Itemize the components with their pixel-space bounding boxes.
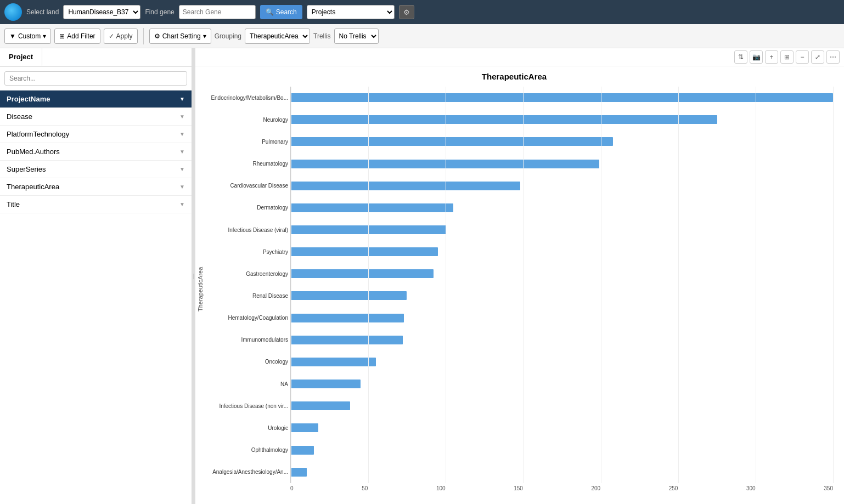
trellis-select[interactable]: No Trellis: [334, 29, 379, 44]
sort-button[interactable]: ⇅: [734, 50, 747, 64]
projects-select[interactable]: Projects: [307, 5, 395, 19]
y-axis-tick-label: NA: [205, 381, 288, 387]
bar[interactable]: [291, 468, 307, 477]
bar[interactable]: [291, 336, 403, 344]
divider: [143, 28, 144, 44]
bar-row: [291, 203, 833, 213]
y-axis-tick-label: Rheumatology: [205, 161, 288, 167]
grouping-select[interactable]: TherapeuticArea: [245, 29, 310, 44]
bar[interactable]: [291, 203, 453, 212]
bar[interactable]: [291, 115, 717, 124]
y-axis-tick-label: Pulmonary: [205, 139, 288, 145]
add-filter-button[interactable]: ⊞ Add Filter: [54, 29, 100, 44]
y-axis-tick-label: Neurology: [205, 117, 288, 123]
y-axis-tick-label: Urologic: [205, 425, 288, 431]
grouping-label: Grouping: [215, 32, 241, 40]
bar[interactable]: [291, 314, 404, 322]
bar[interactable]: [291, 160, 599, 168]
y-axis-tick-label: Infectious Disease (viral): [205, 227, 288, 233]
expand-button[interactable]: ⤢: [811, 50, 824, 64]
bar-row: [291, 467, 833, 477]
tab-bar: Project: [0, 48, 192, 67]
search-box: [0, 67, 192, 90]
filter-search-input[interactable]: [4, 71, 187, 86]
chevron-down-icon: ▼: [179, 149, 185, 155]
bar[interactable]: [291, 358, 376, 366]
y-axis-tick-label: Infectious Disease (non vir...: [205, 403, 288, 409]
grid-line: [833, 87, 834, 483]
land-select[interactable]: HumanDisease_B37: [63, 5, 140, 19]
bar[interactable]: [291, 401, 350, 410]
chart-container: TherapeuticArea TherapeuticAreaEndocrino…: [195, 66, 844, 504]
custom-button[interactable]: ▼ Custom ▾: [4, 29, 51, 44]
y-axis-tick-label: Dermatology: [205, 205, 288, 211]
y-axis-tick-label: Oncology: [205, 359, 288, 365]
left-panel: Project ProjectName▼Disease▼PlatformTech…: [0, 48, 192, 504]
bar-row: [291, 423, 833, 433]
bar[interactable]: [291, 247, 438, 256]
zoom-in-button[interactable]: +: [765, 50, 778, 64]
bar-row: [291, 225, 833, 235]
filter-item[interactable]: PubMed.Authors▼: [0, 143, 192, 161]
bar[interactable]: [291, 93, 833, 102]
select-land-label: Select land: [26, 8, 59, 16]
y-axis-tick-label: Hematology/Coagulation: [205, 315, 288, 321]
settings-button[interactable]: ⚙: [399, 5, 414, 19]
more-button[interactable]: ⋯: [826, 50, 840, 64]
filter-item[interactable]: Disease▼: [0, 108, 192, 126]
bar[interactable]: [291, 182, 520, 190]
bar[interactable]: [291, 291, 407, 300]
x-axis-tick: 250: [669, 485, 678, 491]
gene-search-input[interactable]: [179, 5, 256, 19]
tab-project[interactable]: Project: [0, 48, 42, 66]
app-logo: [4, 3, 22, 21]
y-axis-tick-label: Cardiovascular Disease: [205, 183, 288, 189]
bar-chart-inner: TherapeuticAreaEndocrinology/Metabolism/…: [195, 87, 833, 491]
filter-item[interactable]: SuperSeries▼: [0, 161, 192, 178]
custom-chevron-icon: ▾: [43, 32, 46, 40]
apply-button[interactable]: ✓ Apply: [104, 29, 138, 44]
bar[interactable]: [291, 380, 361, 388]
x-axis-tick: 100: [436, 485, 446, 491]
add-filter-icon: ⊞: [59, 32, 65, 40]
y-axis-tick-label: Ophthalmology: [205, 447, 288, 453]
y-axis-tick-label: Renal Disease: [205, 293, 288, 299]
search-icon: 🔍: [266, 8, 274, 16]
x-axis: 050100150200250300350: [205, 485, 833, 491]
chart-setting-chevron-icon: ▾: [203, 32, 206, 40]
bar[interactable]: [291, 225, 446, 234]
bar-row: [291, 313, 833, 323]
bar[interactable]: [291, 137, 613, 146]
filter-list: ProjectName▼Disease▼PlatformTechnology▼P…: [0, 90, 192, 504]
x-axis-tick: 50: [362, 485, 368, 491]
chevron-down-icon: ▼: [179, 131, 185, 137]
bars-wrapper: [290, 87, 833, 483]
x-axis-tick: 200: [591, 485, 600, 491]
bar-row: [291, 291, 833, 301]
y-labels: Endocrinology/Metabolism/Bo...NeurologyP…: [205, 87, 290, 483]
top-nav-bar: Select land HumanDisease_B37 Find gene 🔍…: [0, 0, 844, 24]
chart-setting-button[interactable]: ⚙ Chart Setting ▾: [149, 29, 211, 44]
filter-item[interactable]: TherapeuticArea▼: [0, 178, 192, 196]
bar-row: [291, 401, 833, 411]
bar-row: [291, 247, 833, 257]
y-axis-tick-label: Gastroenterology: [205, 271, 288, 277]
chevron-down-icon: ▼: [179, 96, 185, 102]
bar-row: [291, 181, 833, 191]
bar[interactable]: [291, 423, 318, 432]
camera-button[interactable]: 📷: [750, 50, 763, 64]
x-axis-tick: 350: [824, 485, 833, 491]
chevron-down-icon: ▼: [179, 201, 185, 207]
bar[interactable]: [291, 446, 314, 455]
grid-button[interactable]: ⊞: [780, 50, 794, 64]
checkmark-icon: ✓: [109, 32, 114, 40]
bar-row: [291, 357, 833, 367]
search-button[interactable]: 🔍 Search: [260, 5, 302, 19]
filter-bar: ▼ Custom ▾ ⊞ Add Filter ✓ Apply ⚙ Chart …: [0, 24, 844, 48]
filter-item[interactable]: ProjectName▼: [0, 90, 192, 108]
bar[interactable]: [291, 269, 434, 278]
chevron-down-icon: ▼: [179, 184, 185, 190]
filter-item[interactable]: Title▼: [0, 196, 192, 213]
zoom-out-button[interactable]: −: [796, 50, 809, 64]
filter-item[interactable]: PlatformTechnology▼: [0, 126, 192, 143]
